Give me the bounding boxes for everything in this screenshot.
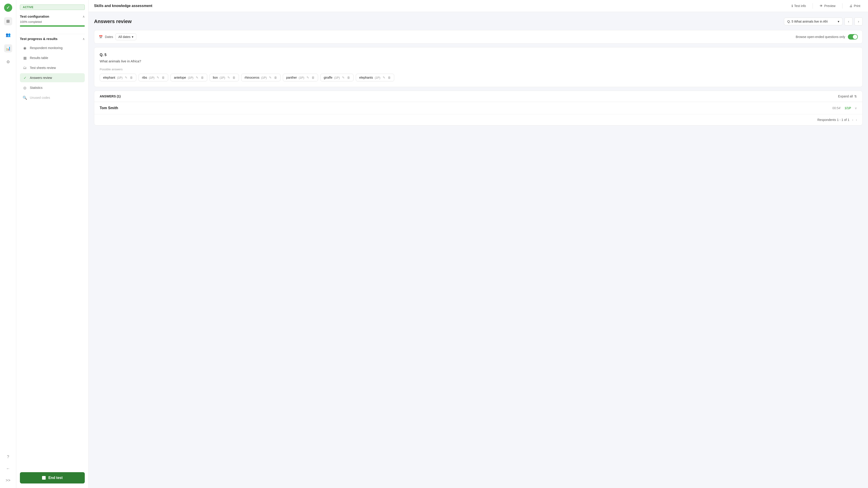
answer-chip-elephants: elephants (1P) ✎ 🗑 [356,74,394,81]
answer-name-giraffe: giraffe [324,76,333,79]
print-action[interactable]: 🖨 Print [847,3,863,9]
end-test-label: End test [49,476,63,480]
test-progress-chevron[interactable]: ∧ [83,37,85,41]
delete-lion-icon[interactable]: 🗑 [232,76,236,79]
test-info-action[interactable]: ℹ Test info [789,3,808,9]
topbar-actions: ℹ Test info 👁 Preview 🖨 Print [789,3,863,9]
nav-item-respondent-monitoring[interactable]: ◉ Respondent monitoring [20,43,85,53]
statistics-icon: ◎ [23,86,27,90]
progress-bar-fill [20,25,85,27]
answer-points-elephants: (1P) [375,76,380,79]
respondent-meta: 00:54' 1/1P ∨ [832,106,857,110]
delete-panther-icon[interactable]: 🗑 [311,76,315,79]
test-progress-title: Test progress & results [20,37,57,41]
page-title: Skills and knowledge assessment [94,4,152,8]
unused-codes-icon: 🔍 [23,95,27,100]
end-test-button[interactable]: End test [20,472,85,484]
edit-ribs-icon[interactable]: ✎ [157,76,159,79]
answers-review-icon: ✓ [23,75,27,80]
respondent-expand-icon[interactable]: ∨ [855,106,857,110]
delete-rhinoceros-icon[interactable]: 🗑 [274,76,277,79]
filter-bar: 📅 Dates All dates ▾ Browse open-ended qu… [94,30,863,43]
answer-chip-panther: panther (1P) ✎ 🗑 [283,74,318,81]
preview-action[interactable]: 👁 Preview [817,3,838,9]
answer-chip-rhinoceros: rhinoceros (1P) ✎ 🗑 [241,74,281,81]
question-next-button[interactable]: › [855,18,863,26]
nav-item-test-sheets-review[interactable]: 🗂 Test sheets review [20,63,85,72]
respondent-time: 00:54' [832,106,841,110]
logo-icon: ✓ [6,5,10,10]
answer-points-ribs: (1P) [149,76,155,79]
edit-panther-icon[interactable]: ✎ [307,76,309,79]
test-sheets-review-label: Test sheets review [30,66,56,70]
delete-giraffe-icon[interactable]: 🗑 [347,76,350,79]
nav-item-statistics[interactable]: ◎ Statistics [20,83,85,92]
results-table-label: Results table [30,56,48,60]
test-progress-section: Test progress & results ∧ [20,37,85,41]
nav-item-answers-review[interactable]: ✓ Answers review [20,73,85,82]
possible-answers-label: Possible answers [100,68,857,71]
calendar-icon: 📅 [99,35,103,39]
sidebar-icon-chart[interactable]: 📊 [4,44,12,53]
answer-points-antelope: (1P) [188,76,193,79]
dates-label: Dates [105,35,113,39]
content-area: Answers review Q. 5 What animals live in… [89,12,868,488]
answer-name-lion: lion [213,76,218,79]
dates-select[interactable]: All dates ▾ [116,33,136,40]
answers-section-header: ANSWERS (1) Expand all ⇅ [94,91,862,102]
answer-points-rhinoceros: (1P) [261,76,267,79]
question-prev-button[interactable]: ‹ [844,18,852,26]
preview-label: Preview [824,4,835,8]
edit-antelope-icon[interactable]: ✎ [196,76,198,79]
edit-rhinoceros-icon[interactable]: ✎ [269,76,272,79]
edit-lion-icon[interactable]: ✎ [227,76,230,79]
answer-name-antelope: antelope [174,76,186,79]
delete-elephants-icon[interactable]: 🗑 [388,76,391,79]
left-panel: ACTIVE Test configuration ∧ 100% complet… [16,0,89,488]
table-row: Tom Smith 00:54' 1/1P ∨ [94,102,862,114]
sidebar-icon-expand[interactable]: >> [4,476,12,484]
test-config-chevron: ∧ [83,15,85,18]
question-text: What animals live in Africa? [100,59,857,63]
main-content: Skills and knowledge assessment ℹ Test i… [89,0,868,488]
test-configuration-title: Test configuration [20,14,49,18]
answer-name-ribs: ribs [142,76,147,79]
nav-item-unused-codes[interactable]: 🔍 Unused codes [20,93,85,102]
question-dropdown[interactable]: Q. 5 What animals live in Afri ▾ [784,18,843,25]
question-dropdown-chevron: ▾ [838,20,839,23]
expand-all-button[interactable]: Expand all ⇅ [838,94,857,98]
answers-review-header: Answers review Q. 5 What animals live in… [94,18,863,26]
edit-elephant-icon[interactable]: ✎ [125,76,127,79]
dates-filter: 📅 Dates All dates ▾ [99,33,136,40]
expand-all-icon: ⇅ [854,94,857,98]
expand-all-label: Expand all [838,94,853,98]
answers-count-badge: (1) [117,94,121,98]
answer-chip-ribs: ribs (1P) ✎ 🗑 [138,74,168,81]
pagination-prev-icon[interactable]: ‹ [852,118,853,122]
edit-elephants-icon[interactable]: ✎ [383,76,385,79]
answers-chips: elephant (1P) ✎ 🗑 ribs (1P) ✎ 🗑 antelope… [100,74,857,81]
respondent-monitoring-icon: ◉ [23,45,27,50]
edit-giraffe-icon[interactable]: ✎ [342,76,345,79]
sidebar-icon-users[interactable]: 👥 [4,31,12,39]
open-ended-toggle[interactable] [848,34,858,39]
answer-chip-giraffe: giraffe (1P) ✎ 🗑 [320,74,353,81]
answer-points-elephant: (1P) [117,76,123,79]
nav-item-results-table[interactable]: ▦ Results table [20,53,85,62]
sidebar-icon-back[interactable]: ← [4,464,12,472]
progress-bar-background [20,25,85,27]
sidebar-icon-help[interactable]: ? [4,453,12,461]
delete-ribs-icon[interactable]: 🗑 [162,76,165,79]
test-configuration-section[interactable]: Test configuration ∧ [20,14,85,18]
end-test-stop-icon [42,476,46,480]
answer-name-elephants: elephants [359,76,373,79]
delete-elephant-icon[interactable]: 🗑 [130,76,133,79]
sidebar-icon-grid[interactable]: ⊞ [4,17,12,25]
pagination-next-icon[interactable]: › [856,118,857,122]
progress-text: 100% completed [20,20,85,24]
respondent-monitoring-label: Respondent monitoring [30,46,63,50]
active-badge: ACTIVE [20,4,85,10]
delete-antelope-icon[interactable]: 🗑 [201,76,204,79]
app-logo[interactable]: ✓ [4,4,12,12]
sidebar-icon-settings[interactable]: ⚙ [4,58,12,66]
